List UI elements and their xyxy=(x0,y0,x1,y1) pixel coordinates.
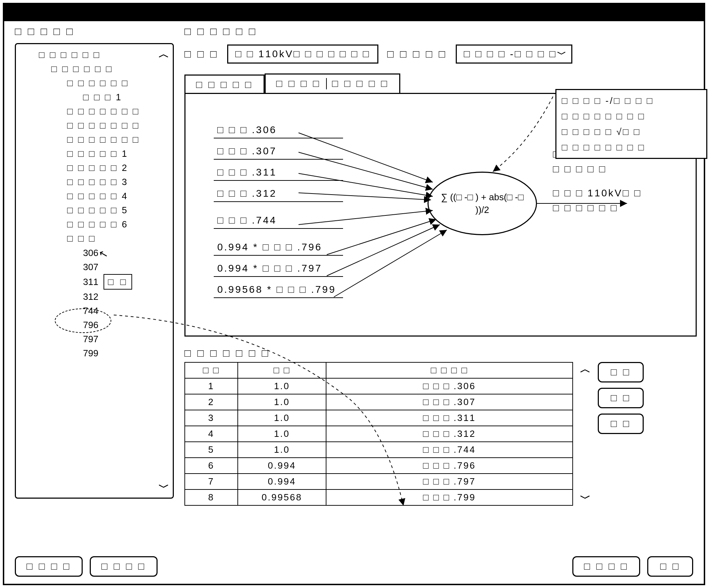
diagram-input-7: 0.99568 * □ □ □ .799 xyxy=(214,282,343,298)
side-button-1[interactable]: □ □ xyxy=(598,362,644,382)
tree-799[interactable]: 799 xyxy=(21,346,167,360)
diagram-input-1: □ □ □ .307 xyxy=(214,143,343,160)
tree-m3[interactable]: □ □ □ □ □ 3 xyxy=(21,175,167,189)
output-label: □ □ □ 110kV□ □ □ □ □ □ □ □ xyxy=(553,186,642,215)
tree-lvl3[interactable]: □ □ □ □ □ □ xyxy=(21,76,167,90)
table-cell-meter: □ □ □ .797 xyxy=(326,474,573,489)
bottom-right-button-2[interactable]: □ □ xyxy=(647,556,693,577)
table-row[interactable]: 51.0□ □ □ .744 xyxy=(185,442,573,458)
table-row[interactable]: 21.0□ □ □ .307 xyxy=(185,394,573,410)
data-table: □ □ □ □ □ □ □ □ 11.0□ □ □ .30621.0□ □ □ … xyxy=(184,362,573,506)
side-button-2[interactable]: □ □ xyxy=(598,388,644,408)
table-body: 11.0□ □ □ .30621.0□ □ □ .30731.0□ □ □ .3… xyxy=(185,378,573,505)
dropdown-item-0[interactable]: □ □ □ □ -/□ □ □ □ xyxy=(562,93,701,108)
tree-sub[interactable]: □ □ □ xyxy=(21,231,167,245)
bottom-left-button-2[interactable]: □ □ □ □ xyxy=(90,556,158,577)
table-cell-seq: 2 xyxy=(185,394,238,410)
table-section-label: □ □ □ □ □ □ □ xyxy=(184,347,697,359)
tree-m2[interactable]: □ □ □ □ □ 2 xyxy=(21,161,167,175)
diagram-input-3: □ □ □ .312 xyxy=(214,186,343,202)
chevron-down-icon: ﹀ xyxy=(557,48,568,60)
highlight-ellipse xyxy=(55,308,111,333)
table-cell-meter: □ □ □ .796 xyxy=(326,458,573,474)
field1-value[interactable]: □ □ 110kV□ □ □ □ □ □ □ xyxy=(227,44,378,64)
bottom-right-button-1[interactable]: □ □ □ □ xyxy=(572,556,640,577)
side-buttons: □ □ □ □ □ □ xyxy=(598,362,644,506)
tree-306[interactable]: 306↖ xyxy=(21,245,167,260)
table-cell-seq: 4 xyxy=(185,426,238,442)
tree-lvl3d[interactable]: □ □ □ □ □ □ □ xyxy=(21,132,167,147)
diagram-input-6: 0.994 * □ □ □ .797 xyxy=(214,261,343,277)
dropdown-item-1[interactable]: □ □ □ □ □ □ □ □ xyxy=(562,108,701,124)
diagram-input-0: □ □ □ .306 xyxy=(214,122,343,138)
tree-lvl4a[interactable]: □ □ □ 1 xyxy=(21,90,167,104)
table-row[interactable]: 41.0□ □ □ .312 xyxy=(185,426,573,442)
tree-lvl2[interactable]: □ □ □ □ □ □ xyxy=(21,62,167,76)
table-cell-meter: □ □ □ .307 xyxy=(326,394,573,410)
diagram-input-2: □ □ □ .311 xyxy=(214,165,343,181)
table-cell-seq: 3 xyxy=(185,410,238,426)
tree-lvl3b[interactable]: □ □ □ □ □ □ □ xyxy=(21,104,167,118)
table-scrollbar[interactable]: ︿ ﹀ xyxy=(580,362,591,506)
formula-ellipse: ∑ ((□ -□ ) + abs(□ -□ ))/2 xyxy=(427,172,537,235)
scroll-down-icon[interactable]: ﹀ xyxy=(580,491,591,506)
tree-root[interactable]: □ □ □ □ □ □ xyxy=(21,48,167,62)
bottom-left-button-1[interactable]: □ □ □ □ xyxy=(15,556,83,577)
table-cell-coef: 1.0 xyxy=(238,394,326,410)
table-cell-seq: 6 xyxy=(185,458,238,474)
right-area: □ □ □ □ □ □ □ □ □ □ □ 110kV□ □ □ □ □ □ □… xyxy=(184,25,697,577)
title-bar xyxy=(4,4,704,21)
diagram-input-list: □ □ □ .306 □ □ □ .307 □ □ □ .311 □ □ □ .… xyxy=(214,122,343,303)
table-row[interactable]: 31.0□ □ □ .311 xyxy=(185,410,573,426)
dropdown-item-2[interactable]: □ □ □ □ □ √□ □ xyxy=(562,124,701,139)
tab-2[interactable]: □ □ □ □□ □ □ □ □ xyxy=(265,73,401,94)
tree-lvl3c[interactable]: □ □ □ □ □ □ □ xyxy=(21,118,167,132)
table-row[interactable]: 11.0□ □ □ .306 xyxy=(185,378,573,394)
dropdown-item-3[interactable]: □ □ □ □ □ □ □ □ xyxy=(562,139,701,155)
table-cell-coef: 0.994 xyxy=(238,458,326,474)
table-cell-coef: 1.0 xyxy=(238,410,326,426)
tab-1[interactable]: □ □ □ □ □ xyxy=(184,75,265,94)
field1-label: □ □ □ xyxy=(184,48,218,60)
table-container: □ □ □ □ □ □ □ □ 11.0□ □ □ .30621.0□ □ □ … xyxy=(184,362,697,506)
tree-307[interactable]: 307 xyxy=(21,260,167,274)
side-button-3[interactable]: □ □ xyxy=(598,414,644,434)
mouse-cursor-icon: ↖ xyxy=(98,246,110,262)
header-row: □ □ □ □ □ 110kV□ □ □ □ □ □ □ □ □ □ □ □ □… xyxy=(184,44,697,64)
table-cell-seq: 5 xyxy=(185,442,238,458)
col-seq: □ □ xyxy=(185,362,238,378)
table-row[interactable]: 70.994□ □ □ .797 xyxy=(185,474,573,489)
content-area: □ □ □ □ □ ︿ ﹀ □ □ □ □ □ □ □ □ □ □ □ □ □ … xyxy=(11,25,697,577)
scroll-up-icon[interactable]: ︿ xyxy=(580,362,591,376)
tree-scroll-up[interactable]: ︿ xyxy=(159,47,169,61)
svg-line-6 xyxy=(327,225,440,276)
table-cell-meter: □ □ □ .799 xyxy=(326,489,573,505)
col-meter: □ □ □ □ xyxy=(326,362,573,378)
bottom-buttons: □ □ □ □ □ □ □ □ □ □ □ □ □ □ xyxy=(15,556,693,577)
table-cell-coef: 0.994 xyxy=(238,474,326,489)
tree-m6[interactable]: □ □ □ □ □ 6 xyxy=(21,217,167,231)
tree-tooltip: □ □ xyxy=(104,274,132,290)
field2-label: □ □ □ □ □ xyxy=(387,48,447,60)
table-cell-meter: □ □ □ .306 xyxy=(326,378,573,394)
table-cell-meter: □ □ □ .311 xyxy=(326,410,573,426)
tree-section-label: □ □ □ □ □ xyxy=(15,25,75,37)
right-section-label: □ □ □ □ □ □ xyxy=(184,25,697,37)
table-row[interactable]: 80.99568□ □ □ .799 xyxy=(185,489,573,505)
dropdown-list[interactable]: □ □ □ □ -/□ □ □ □ □ □ □ □ □ □ □ □ □ □ □ … xyxy=(555,89,707,159)
table-cell-seq: 8 xyxy=(185,489,238,505)
table-cell-seq: 7 xyxy=(185,474,238,489)
table-header-row: □ □ □ □ □ □ □ □ xyxy=(185,362,573,378)
tree-m1[interactable]: □ □ □ □ □ 1 xyxy=(21,147,167,161)
tree-scroll-down[interactable]: ﹀ xyxy=(159,480,169,495)
tree-797[interactable]: 797 xyxy=(21,332,167,346)
table-cell-seq: 1 xyxy=(185,378,238,394)
table-cell-meter: □ □ □ .312 xyxy=(326,426,573,442)
tree-311[interactable]: 311□ □ xyxy=(21,274,167,290)
tree-m4[interactable]: □ □ □ □ □ 4 xyxy=(21,189,167,203)
tree-m5[interactable]: □ □ □ □ □ 5 xyxy=(21,203,167,217)
tree-312[interactable]: 312 xyxy=(21,290,167,304)
dropdown-selected[interactable]: □ □ □ □ -□ □ □ □ ﹀ xyxy=(456,44,572,64)
table-row[interactable]: 60.994□ □ □ .796 xyxy=(185,458,573,474)
svg-line-5 xyxy=(327,219,436,255)
